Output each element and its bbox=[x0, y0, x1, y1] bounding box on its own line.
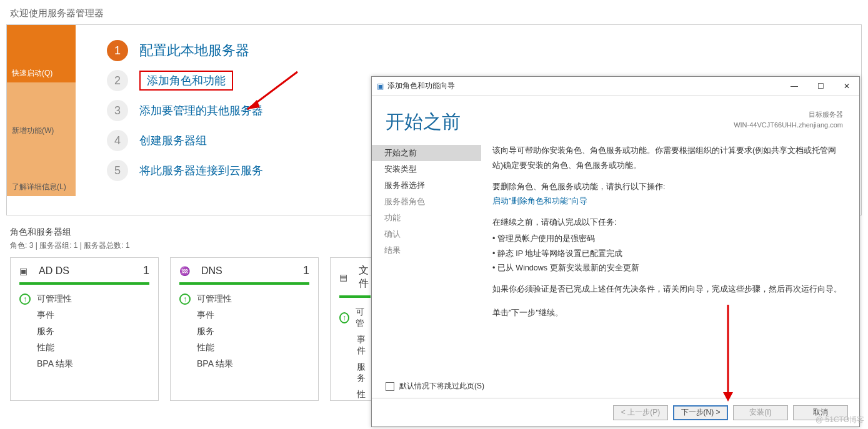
wizard-target-server: 目标服务器 WIN-44VCJT66UHH.zhenjiang.com bbox=[734, 109, 843, 130]
role-card-dns[interactable]: ♒DNS 1 ↑可管理性 事件 服务 性能 BPA 结果 bbox=[170, 257, 319, 401]
status-ok-icon: ↑ bbox=[339, 312, 349, 323]
minimize-button[interactable]: — bbox=[786, 82, 803, 91]
role-icon: ▤ bbox=[339, 272, 347, 282]
wizard-intro-text: 该向导可帮助你安装角色、角色服务或功能。你需要根据组织的计算要求(例如共享文档或… bbox=[492, 144, 843, 174]
skip-page-checkbox[interactable] bbox=[386, 382, 394, 391]
role-card-adds[interactable]: ▣AD DS 1 ↑可管理性 事件 服务 性能 BPA 结果 bbox=[10, 257, 159, 401]
role-icon: ▣ bbox=[19, 266, 27, 276]
skip-page-label: 默认情况下将跳过此页(S) bbox=[399, 381, 484, 392]
status-ok-icon: ↑ bbox=[179, 293, 191, 305]
wizard-nav-features: 功能 bbox=[372, 210, 481, 226]
card-item-performance[interactable]: 性能 bbox=[339, 389, 371, 401]
card-title: 文件 bbox=[359, 264, 371, 290]
wizard-confirm-intro: 在继续之前，请确认完成以下任务: bbox=[492, 215, 843, 230]
card-item-services[interactable]: 服务 bbox=[339, 362, 371, 384]
wizard-nav-type[interactable]: 安装类型 bbox=[372, 161, 481, 177]
wizard-content: 该向导可帮助你安装角色、角色服务或功能。你需要根据组织的计算要求(例如共享文档或… bbox=[481, 141, 859, 377]
card-item-manageability[interactable]: ↑可管 bbox=[339, 307, 371, 329]
card-count: 1 bbox=[143, 264, 149, 277]
role-icon: ♒ bbox=[179, 266, 190, 276]
tile-learnmore[interactable]: 了解详细信息(L) bbox=[7, 140, 76, 196]
wizard-prereq-item: 已从 Windows 更新安装最新的安全更新 bbox=[492, 261, 843, 276]
close-button[interactable]: ✕ bbox=[838, 82, 856, 91]
step-label: 将此服务器连接到云服务 bbox=[139, 163, 263, 178]
wizard-nav-roles: 服务器角色 bbox=[372, 194, 481, 210]
watermark: @ 51CTO博客 bbox=[816, 415, 864, 425]
card-item-performance[interactable]: 性能 bbox=[179, 342, 309, 353]
card-title: AD DS bbox=[39, 265, 69, 277]
step-label: 添加要管理的其他服务器 bbox=[139, 103, 263, 118]
card-item-events[interactable]: 事件 bbox=[19, 310, 149, 321]
card-item-performance[interactable]: 性能 bbox=[19, 342, 149, 353]
card-item-events[interactable]: 事件 bbox=[339, 334, 371, 357]
wizard-verify-text: 如果你必须验证是否已完成上述任何先决条件，请关闭向导，完成这些步骤，然后再次运行… bbox=[492, 282, 843, 297]
step-label: 配置此本地服务器 bbox=[139, 41, 249, 60]
step-number-icon: 5 bbox=[107, 160, 128, 181]
wizard-nav-results: 结果 bbox=[372, 242, 481, 259]
wizard-nav-before[interactable]: 开始之前 bbox=[372, 145, 481, 161]
wizard-nav: 开始之前 安装类型 服务器选择 服务器角色 功能 确认 结果 bbox=[372, 141, 481, 377]
step-configure-server[interactable]: 1 配置此本地服务器 bbox=[107, 40, 861, 61]
step-number-icon: 1 bbox=[107, 40, 128, 61]
tile-quickstart[interactable]: 快速启动(Q) bbox=[7, 25, 76, 82]
tile-whatsnew[interactable]: 新增功能(W) bbox=[7, 82, 76, 140]
wizard-remove-intro: 要删除角色、角色服务或功能，请执行以下操作: bbox=[492, 180, 843, 195]
wizard-nav-confirm: 确认 bbox=[372, 226, 481, 242]
wizard-prereq-item: 静态 IP 地址等网络设置已配置完成 bbox=[492, 247, 843, 262]
prev-button: < 上一步(P) bbox=[613, 405, 668, 420]
wizard-title: 添加角色和功能向导 bbox=[387, 81, 455, 91]
maximize-button[interactable]: ☐ bbox=[812, 82, 829, 91]
launch-remove-wizard-link[interactable]: 启动"删除角色和功能"向导 bbox=[492, 194, 843, 209]
card-item-bpa[interactable]: BPA 结果 bbox=[19, 358, 149, 370]
page-title: 欢迎使用服务器管理器 bbox=[0, 0, 868, 24]
wizard-click-next-text: 单击"下一步"继续。 bbox=[492, 306, 843, 321]
step-label: 创建服务器组 bbox=[139, 133, 207, 148]
wizard-heading: 开始之前 bbox=[386, 109, 461, 135]
card-item-bpa[interactable]: BPA 结果 bbox=[179, 358, 309, 370]
wizard-footer: < 上一步(P) 下一步(N) > 安装(I) 取消 bbox=[372, 398, 859, 427]
step-number-icon: 2 bbox=[107, 70, 128, 91]
wizard-nav-server[interactable]: 服务器选择 bbox=[372, 177, 481, 194]
step-label: 添加角色和功能 bbox=[139, 71, 233, 91]
next-button[interactable]: 下一步(N) > bbox=[673, 405, 728, 420]
wizard-prereq-item: 管理员帐户使用的是强密码 bbox=[492, 232, 843, 247]
wizard-titlebar[interactable]: ▣ 添加角色和功能向导 — ☐ ✕ bbox=[372, 77, 859, 96]
card-item-manageability[interactable]: ↑可管理性 bbox=[179, 293, 309, 305]
card-title: DNS bbox=[201, 265, 222, 277]
card-item-events[interactable]: 事件 bbox=[179, 310, 309, 321]
add-roles-wizard-dialog: ▣ 添加角色和功能向导 — ☐ ✕ 开始之前 目标服务器 WIN-44VCJT6… bbox=[371, 76, 860, 427]
quickstart-tiles: 快速启动(Q) 新增功能(W) 了解详细信息(L) bbox=[7, 25, 76, 196]
step-number-icon: 4 bbox=[107, 130, 128, 151]
install-button: 安装(I) bbox=[733, 405, 788, 420]
card-item-services[interactable]: 服务 bbox=[179, 326, 309, 337]
step-number-icon: 3 bbox=[107, 100, 128, 121]
wizard-icon: ▣ bbox=[377, 82, 384, 91]
card-item-services[interactable]: 服务 bbox=[19, 326, 149, 337]
card-count: 1 bbox=[303, 264, 309, 277]
card-item-manageability[interactable]: ↑可管理性 bbox=[19, 293, 149, 305]
status-ok-icon: ↑ bbox=[19, 293, 31, 305]
